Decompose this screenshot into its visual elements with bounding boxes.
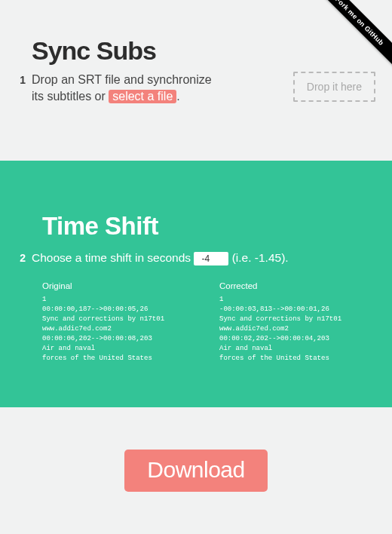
select-file-link[interactable]: select a file (109, 90, 176, 103)
section-timeshift: Time Shift 2 Choose a time shift in seco… (0, 161, 392, 407)
app-title: Sync Subs (32, 36, 375, 66)
preview-corrected-title: Corrected (219, 281, 375, 290)
timeshift-title: Time Shift (42, 212, 375, 241)
step-1-description: Drop an SRT file and synchronize its sub… (32, 72, 213, 104)
dropzone[interactable]: Drop it here (293, 72, 375, 102)
preview-corrected-body: 1 -00:00:03,813-->00:00:01,26 Sync and c… (219, 295, 375, 364)
preview-original-body: 1 00:00:00,187-->00:00:05,26 Sync and co… (42, 295, 198, 364)
preview-corrected-column: Corrected 1 -00:00:03,813-->00:00:01,26 … (219, 281, 375, 364)
download-button[interactable]: Download (124, 450, 267, 492)
step-2-description: Choose a time shift in seconds (i.e. -1.… (32, 250, 289, 266)
step-1-number: 1 (17, 72, 26, 87)
step-2-row: 2 Choose a time shift in seconds (i.e. -… (17, 250, 375, 266)
download-section: Download (0, 450, 392, 492)
section-upload: Sync Subs 1 Drop an SRT file and synchro… (0, 0, 392, 104)
step-2-text-before: Choose a time shift in seconds (32, 251, 194, 264)
preview-original-column: Original 1 00:00:00,187-->00:00:05,26 Sy… (42, 281, 198, 364)
step-2-text-after: (i.e. -1.45). (228, 251, 288, 264)
step-1-row: 1 Drop an SRT file and synchronize its s… (17, 72, 375, 104)
preview-area: Original 1 00:00:00,187-->00:00:05,26 Sy… (42, 281, 375, 364)
step-2-number: 2 (17, 250, 26, 266)
shift-input[interactable] (194, 252, 228, 265)
step-1-text-after: . (176, 90, 179, 103)
preview-original-title: Original (42, 281, 198, 290)
